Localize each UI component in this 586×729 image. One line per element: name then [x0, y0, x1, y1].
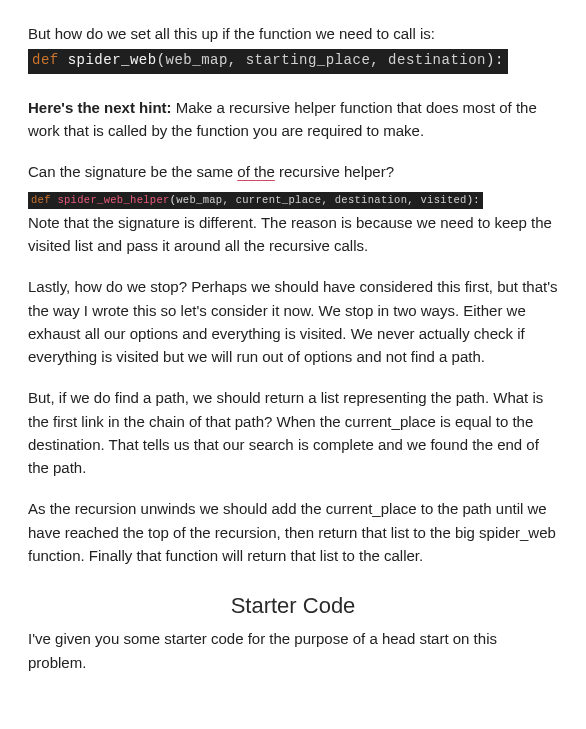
- signature-q-under: of the: [237, 163, 275, 180]
- intro-line: But how do we set all this up if the fun…: [28, 22, 558, 45]
- code-signature-helper: def spider_web_helper(web_map, current_p…: [28, 192, 483, 209]
- recursion-unwind: As the recursion unwinds we should add t…: [28, 497, 558, 567]
- code1-kw: def: [32, 52, 59, 68]
- code1-open: (: [157, 52, 166, 68]
- starter-code-text: I've given you some starter code for the…: [28, 627, 558, 674]
- code1-fn: spider_web: [68, 52, 157, 68]
- starter-code-heading: Starter Code: [28, 589, 558, 623]
- signature-q-pre: Can the signature be the same: [28, 163, 237, 180]
- signature-question: Can the signature be the same of the rec…: [28, 160, 558, 183]
- code2-fn: spider_web_helper: [57, 194, 169, 206]
- hint-paragraph: Here's the next hint: Make a recursive h…: [28, 96, 558, 143]
- code1-params: web_map, starting_place, destination: [166, 52, 486, 68]
- code2-close: ):: [467, 194, 480, 206]
- code-signature-main: def spider_web(web_map, starting_place, …: [28, 49, 508, 74]
- signature-q-post: recursive helper?: [275, 163, 394, 180]
- how-stop: Lastly, how do we stop? Perhaps we shoul…: [28, 275, 558, 368]
- code1-close: ):: [486, 52, 504, 68]
- code2-params: web_map, current_place, destination, vis…: [176, 194, 466, 206]
- hint-label: Here's the next hint:: [28, 99, 172, 116]
- found-path: But, if we do find a path, we should ret…: [28, 386, 558, 479]
- code2-kw: def: [31, 194, 51, 206]
- signature-note: Note that the signature is different. Th…: [28, 211, 558, 258]
